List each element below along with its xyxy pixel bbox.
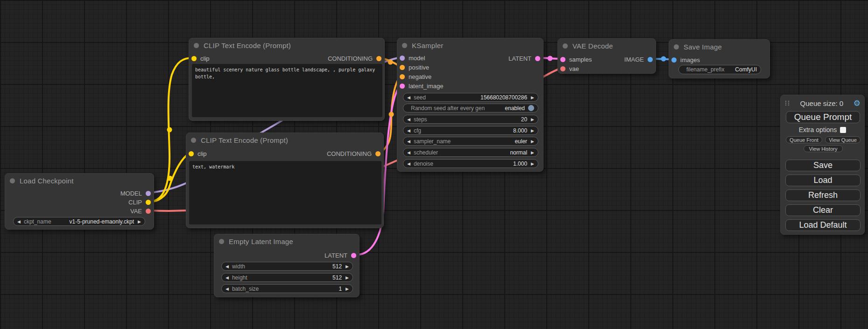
decrement-icon[interactable]: ◀: [226, 287, 229, 291]
decrement-icon[interactable]: ◀: [407, 117, 410, 122]
decrement-icon[interactable]: ◀: [226, 275, 229, 280]
increment-icon[interactable]: ▶: [531, 95, 534, 100]
node-empty-latent-image[interactable]: Empty Latent Image LATENT ◀ width 512 ▶ …: [214, 234, 360, 297]
width-widget[interactable]: ◀ width 512 ▶: [221, 262, 353, 271]
toggle-icon[interactable]: [528, 105, 534, 111]
clip-input-slot[interactable]: [191, 56, 197, 61]
collapse-dot-icon[interactable]: [10, 178, 15, 183]
view-queue-button[interactable]: View Queue: [825, 136, 861, 143]
gear-icon[interactable]: ⚙: [854, 99, 861, 107]
widget-label: cfg: [414, 127, 421, 134]
decrement-icon[interactable]: ◀: [407, 139, 410, 144]
collapse-dot-icon[interactable]: [563, 43, 568, 49]
widget-value: 20: [521, 116, 527, 123]
latent-image-input: latent_image: [400, 82, 443, 90]
denoise-widget[interactable]: ◀ denoise 1.000 ▶: [403, 159, 538, 168]
increment-icon[interactable]: ▶: [531, 150, 534, 155]
link-dot: [388, 60, 393, 65]
widget-value: 156680208700286: [480, 94, 527, 101]
image-output-slot[interactable]: [648, 57, 653, 62]
positive-input-slot[interactable]: [400, 65, 405, 70]
latent-output-slot[interactable]: [351, 253, 356, 258]
collapse-dot-icon[interactable]: [194, 43, 199, 48]
images-input-slot[interactable]: [671, 57, 677, 63]
ckpt-name-widget[interactable]: ◀ ckpt_name v1-5-pruned-emaonly.ckpt ▶: [13, 217, 145, 226]
collapse-dot-icon[interactable]: [674, 44, 679, 49]
clear-button[interactable]: Clear: [785, 204, 861, 216]
increment-icon[interactable]: ▶: [531, 117, 534, 122]
negative-prompt-textarea[interactable]: text, watermark: [189, 161, 381, 224]
node-vae-decode[interactable]: VAE Decode samples vae IMAGE: [557, 38, 656, 74]
increment-icon[interactable]: ▶: [138, 219, 141, 224]
increment-icon[interactable]: ▶: [531, 139, 534, 144]
widget-label: sampler_name: [414, 138, 451, 145]
cfg-widget[interactable]: ◀ cfg 8.000 ▶: [403, 126, 538, 135]
samples-input-slot[interactable]: [560, 57, 565, 62]
decrement-icon[interactable]: ◀: [226, 264, 229, 269]
steps-widget[interactable]: ◀ steps 20 ▶: [403, 115, 538, 124]
filename-prefix-widget[interactable]: filename_prefix ComfyUI: [678, 65, 761, 74]
vae-output: VAE: [130, 207, 151, 215]
node-header[interactable]: Save Image: [669, 40, 769, 54]
random-seed-toggle-widget[interactable]: Random seed after every gen enabled: [403, 104, 538, 112]
decrement-icon[interactable]: ◀: [17, 219, 21, 224]
node-header[interactable]: VAE Decode: [558, 39, 656, 53]
node-clip-text-encode-positive[interactable]: CLIP Text Encode (Prompt) clip CONDITION…: [189, 38, 385, 121]
node-header[interactable]: KSampler: [397, 38, 543, 52]
link-dot: [168, 176, 173, 181]
refresh-button[interactable]: Refresh: [785, 189, 861, 201]
seed-widget[interactable]: ◀ seed 156680208700286 ▶: [403, 93, 538, 102]
increment-icon[interactable]: ▶: [346, 287, 349, 291]
slot-label: VAE: [130, 208, 142, 215]
node-load-checkpoint[interactable]: Load Checkpoint MODEL CLIP VAE ◀ ckpt_na…: [5, 173, 154, 230]
clip-output-slot[interactable]: [146, 200, 151, 205]
vae-input-slot[interactable]: [560, 66, 565, 71]
vae-output-slot[interactable]: [146, 209, 151, 214]
queue-prompt-button[interactable]: Queue Prompt: [786, 111, 860, 123]
model-input-slot[interactable]: [400, 56, 405, 61]
load-default-button[interactable]: Load Default: [785, 219, 861, 231]
node-header[interactable]: Empty Latent Image: [214, 234, 359, 248]
increment-icon[interactable]: ▶: [531, 161, 534, 166]
increment-icon[interactable]: ▶: [346, 264, 349, 269]
widget-label: seed: [414, 94, 426, 101]
decrement-icon[interactable]: ◀: [407, 95, 410, 100]
save-button[interactable]: Save: [785, 160, 861, 171]
increment-icon[interactable]: ▶: [531, 128, 534, 133]
scheduler-widget[interactable]: ◀ scheduler normal ▶: [403, 148, 538, 157]
positive-prompt-textarea[interactable]: beautiful scenery nature glass bottle la…: [192, 64, 382, 117]
batch-size-widget[interactable]: ◀ batch_size 1 ▶: [221, 284, 353, 293]
node-header[interactable]: CLIP Text Encode (Prompt): [186, 133, 383, 147]
model-output-slot[interactable]: [146, 191, 151, 196]
widget-label: filename_prefix: [686, 66, 724, 73]
sampler-name-widget[interactable]: ◀ sampler_name euler ▶: [403, 137, 538, 146]
extra-options-checkbox[interactable]: [840, 127, 846, 133]
collapse-dot-icon[interactable]: [219, 239, 224, 244]
load-button[interactable]: Load: [785, 175, 861, 186]
widget-label: batch_size: [232, 286, 259, 292]
node-save-image[interactable]: Save Image images filename_prefix ComfyU…: [669, 39, 770, 78]
node-header[interactable]: CLIP Text Encode (Prompt): [189, 38, 384, 52]
node-title: KSampler: [412, 42, 443, 49]
latent-image-input-slot[interactable]: [400, 84, 405, 89]
conditioning-output-slot[interactable]: [375, 151, 381, 156]
conditioning-output-slot[interactable]: [376, 56, 381, 61]
collapse-dot-icon[interactable]: [191, 138, 196, 143]
decrement-icon[interactable]: ◀: [407, 161, 410, 166]
latent-output-slot[interactable]: [535, 56, 540, 61]
node-clip-text-encode-negative[interactable]: CLIP Text Encode (Prompt) clip CONDITION…: [186, 133, 384, 228]
decrement-icon[interactable]: ◀: [407, 128, 410, 133]
collapse-dot-icon[interactable]: [402, 43, 407, 48]
clip-input-slot[interactable]: [189, 151, 194, 156]
negative-input-slot[interactable]: [400, 74, 405, 79]
node-header[interactable]: Load Checkpoint: [5, 174, 154, 188]
decrement-icon[interactable]: ◀: [407, 150, 410, 155]
queue-front-button[interactable]: Queue Front: [786, 136, 822, 143]
increment-icon[interactable]: ▶: [346, 275, 349, 280]
node-title: CLIP Text Encode (Prompt): [204, 42, 291, 49]
extra-options-label: Extra options: [799, 126, 837, 133]
height-widget[interactable]: ◀ height 512 ▶: [221, 273, 353, 282]
drag-handle-icon[interactable]: [784, 100, 790, 106]
node-ksampler[interactable]: KSampler model positive negative latent_…: [397, 38, 543, 172]
view-history-button[interactable]: View History: [804, 145, 843, 152]
